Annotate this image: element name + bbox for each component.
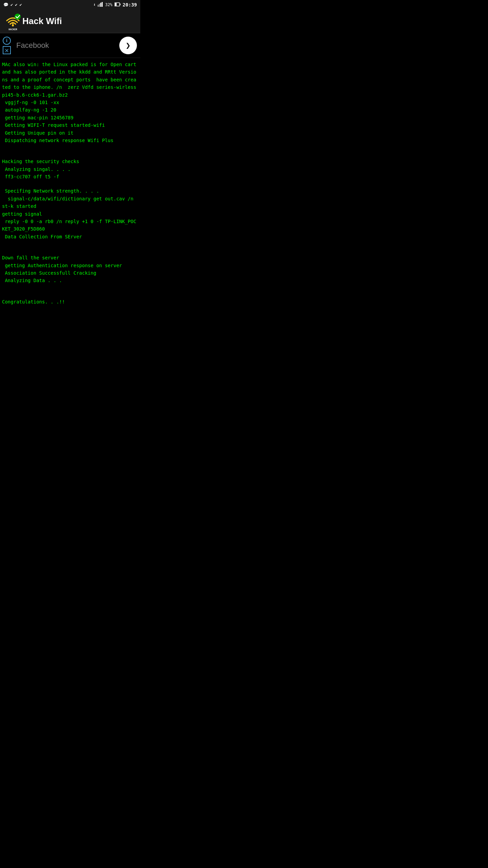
status-icons-left: 💬 ✔ ✔ ✔: [3, 2, 22, 7]
blank-5: [2, 247, 138, 254]
terminal-line-14: Down fall the server: [2, 254, 138, 261]
app-logo: HACKER: [3, 12, 22, 31]
svg-rect-5: [115, 3, 117, 6]
svg-rect-1: [99, 4, 100, 7]
ad-info-icon[interactable]: i: [3, 37, 11, 45]
terminal-line-4: Getting WIFI-T request started-wifi: [2, 121, 138, 129]
blank-3: [2, 180, 138, 187]
terminal-line-1: vggjf-ng -0 101 -xx: [2, 99, 138, 106]
terminal-line-data-collection: Data Collection From SErver: [2, 233, 138, 240]
terminal-line-13: reply -0 0 -a rb0 /n reply +1 0 -f TP-LI…: [2, 218, 138, 233]
svg-rect-2: [100, 3, 101, 7]
messenger-icon: 💬: [3, 2, 8, 7]
terminal-line-7: Hacking the security checks: [2, 158, 138, 165]
blank-4: [2, 240, 138, 247]
svg-point-8: [12, 24, 14, 26]
terminal-line-congratulations: Congratulations. . .!!: [2, 298, 138, 305]
blank-2: [2, 151, 138, 158]
blank-6: [2, 284, 138, 291]
status-bar: 💬 ✔ ✔ ✔ ⬇ 32% 20:39: [0, 0, 140, 9]
svg-point-9: [15, 14, 21, 20]
battery-icon: [115, 2, 121, 7]
terminal-line-0: MAc also win: the Linux packed is for Op…: [2, 61, 138, 99]
check-icon-2: ✔: [15, 2, 17, 7]
terminal-line-17: Analyzing Data . . .: [2, 277, 138, 284]
blank-7: [2, 291, 138, 298]
terminal-line-9: ff3-cc707 off t5 -f: [2, 173, 138, 180]
blank-1: [2, 144, 138, 151]
terminal-line-2: autoplfay-ng -1 20: [2, 106, 138, 114]
app-title: Hack Wifi: [22, 16, 62, 26]
status-info-right: ⬇ 32% 20:39: [93, 2, 137, 8]
terminal-line-6: Dispatching network response Wifi Plus: [2, 137, 138, 144]
check-icon-3: ✔: [19, 2, 22, 7]
terminal-line-10: Specifing Network strength. . . .: [2, 187, 138, 195]
app-header: HACKER Hack Wifi: [0, 9, 140, 33]
svg-rect-0: [98, 5, 99, 7]
time-display: 20:39: [123, 2, 137, 7]
terminal-line-16: Association Successfull Cracking: [2, 269, 138, 277]
terminal-line-8: Analyzing singal. . . .: [2, 165, 138, 173]
svg-rect-6: [120, 3, 120, 5]
svg-text:HACKER: HACKER: [8, 28, 17, 31]
terminal-line-3: getting mac-pin 12456789: [2, 114, 138, 121]
ad-banner: i ✕ Facebook ❯: [0, 33, 140, 58]
terminal-line-5: Getting Unique pin on it: [2, 129, 138, 137]
terminal-line-12: getting signal: [2, 210, 138, 218]
ad-next-button[interactable]: ❯: [119, 37, 137, 54]
ad-close-icon[interactable]: ✕: [3, 46, 11, 54]
svg-rect-3: [102, 2, 103, 7]
download-icon: ⬇: [93, 2, 96, 7]
terminal-output: MAc also win: the Linux packed is for Op…: [0, 58, 140, 308]
check-icon-1: ✔: [11, 2, 13, 7]
signal-icon: [98, 2, 103, 8]
ad-icons-column: i ✕: [3, 37, 14, 54]
terminal-line-15: getting Authentication response on serve…: [2, 262, 138, 269]
battery-level: 32%: [105, 2, 113, 7]
terminal-line-11: signal-c/data/wifi/dictionary get out.ca…: [2, 195, 138, 210]
